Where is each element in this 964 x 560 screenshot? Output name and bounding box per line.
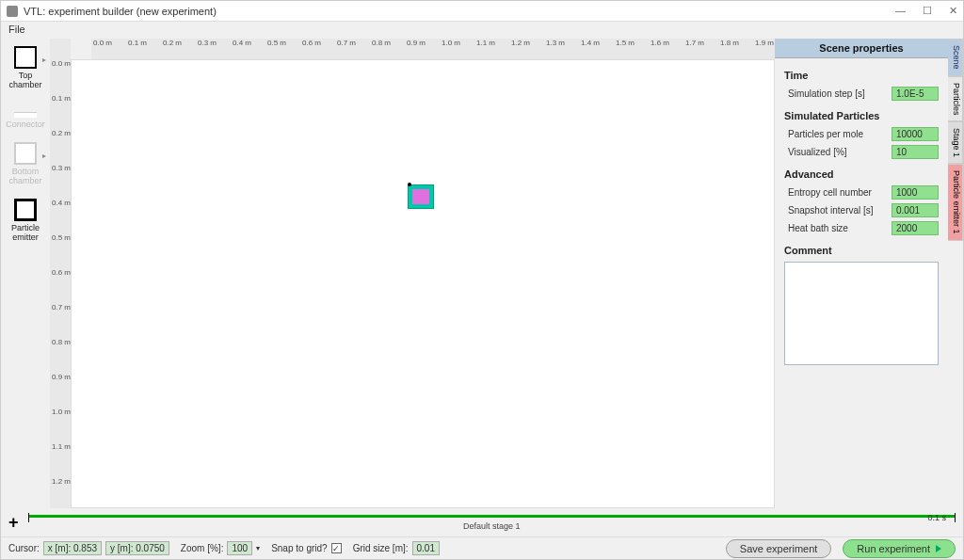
ruler-h-tick: 0.9 m xyxy=(407,39,426,47)
label-entropy: Entropy cell number xyxy=(784,187,892,198)
emitter-inner-icon xyxy=(412,189,429,204)
palette-particle-emitter[interactable]: Particleemitter xyxy=(3,195,48,242)
side-tabs: Scene Particles Stage 1 Particle emitter… xyxy=(948,39,963,508)
input-snapshot[interactable]: 0.001 xyxy=(892,203,939,217)
ruler-corner xyxy=(50,39,71,59)
snap-label: Snap to grid? xyxy=(271,543,328,553)
tab-particles[interactable]: Particles xyxy=(948,76,963,122)
ruler-h-tick: 0.0 m xyxy=(93,39,112,47)
label-visualized: Visualized [%] xyxy=(784,147,892,157)
timeline-track[interactable]: 0.1 s Default stage 1 xyxy=(28,513,956,532)
ruler-h-tick: 1.1 m xyxy=(476,39,495,47)
connector-icon xyxy=(14,112,37,118)
run-experiment-button[interactable]: Run experiment xyxy=(843,539,956,558)
menubar: File xyxy=(1,22,963,39)
statusbar: Cursor: x [m]: 0.853 y [m]: 0.0750 Zoom … xyxy=(1,536,963,559)
close-icon[interactable]: ✕ xyxy=(949,5,957,17)
label-ppm: Particles per mole xyxy=(784,129,892,139)
maximize-icon[interactable]: ☐ xyxy=(923,5,932,17)
cursor-x-value: x [m]: 0.853 xyxy=(43,541,102,555)
cursor-y-value: y [m]: 0.0750 xyxy=(105,541,169,555)
input-heatbath[interactable]: 2000 xyxy=(892,221,939,235)
ruler-horizontal: 0.0 m0.1 m0.2 m0.3 m0.4 m0.5 m0.6 m0.7 m… xyxy=(91,39,775,59)
palette-label: Bottomchamber xyxy=(3,167,48,185)
ruler-v-tick: 0.4 m xyxy=(52,199,71,207)
label-heatbath: Heat bath size xyxy=(784,223,892,233)
save-experiment-button[interactable]: Save experiment xyxy=(726,539,832,558)
app-window: VTL: experiment builder (new experiment)… xyxy=(0,0,964,560)
add-stage-button[interactable]: + xyxy=(8,513,19,533)
tab-particle-emitter-1[interactable]: Particle emitter 1 xyxy=(948,164,963,241)
side-panel: Scene properties Time Simulation step [s… xyxy=(775,39,963,508)
ruler-v-tick: 0.2 m xyxy=(52,129,71,137)
ruler-v-tick: 0.3 m xyxy=(52,164,71,172)
window-controls: — ☐ ✕ xyxy=(895,5,957,17)
section-advanced: Advanced xyxy=(784,168,939,180)
ruler-h-tick: 1.4 m xyxy=(581,39,600,47)
ruler-h-tick: 1.0 m xyxy=(442,39,460,47)
label-sim-step: Simulation step [s] xyxy=(784,88,892,99)
play-icon xyxy=(936,545,941,552)
ruler-h-tick: 0.7 m xyxy=(337,39,356,47)
zoom-input[interactable]: 100 xyxy=(227,541,252,555)
ruler-h-tick: 0.4 m xyxy=(233,39,251,47)
timeline-marker-start[interactable] xyxy=(28,513,29,522)
timeline-marker-end[interactable] xyxy=(955,513,956,522)
input-ppm[interactable]: 10000 xyxy=(892,127,939,141)
comment-textarea[interactable] xyxy=(784,262,939,365)
ruler-v-tick: 1.0 m xyxy=(52,408,71,416)
tab-stage-1[interactable]: Stage 1 xyxy=(948,121,963,164)
palette-label: Connector xyxy=(3,120,48,129)
minimize-icon[interactable]: — xyxy=(895,5,906,17)
input-sim-step[interactable]: 1.0E-5 xyxy=(892,87,939,101)
ruler-v-tick: 0.1 m xyxy=(52,94,71,103)
ruler-h-tick: 0.3 m xyxy=(198,39,217,47)
ruler-v-tick: 0.6 m xyxy=(52,268,71,277)
input-entropy[interactable]: 1000 xyxy=(892,185,939,200)
properties-header: Scene properties xyxy=(775,39,948,58)
input-visualized[interactable]: 10 xyxy=(892,145,939,159)
ruler-h-tick: 1.7 m xyxy=(685,39,704,47)
ruler-h-tick: 0.8 m xyxy=(372,39,391,47)
timeline: + 0.1 s Default stage 1 xyxy=(1,508,963,536)
canvas[interactable] xyxy=(71,59,775,508)
ruler-h-tick: 1.9 m xyxy=(755,39,774,47)
window-title: VTL: experiment builder (new experiment) xyxy=(24,6,895,17)
canvas-wrap: 0.0 m0.1 m0.2 m0.3 m0.4 m0.5 m0.6 m0.7 m… xyxy=(50,59,775,508)
top-chamber-icon xyxy=(14,46,37,69)
timeline-end-label: 0.1 s xyxy=(927,513,946,522)
section-time: Time xyxy=(784,70,939,81)
zoom-dropdown-icon[interactable]: ▾ xyxy=(256,544,260,552)
expand-icon[interactable]: ▸ xyxy=(42,56,46,64)
app-logo-icon xyxy=(7,6,18,17)
expand-icon: ▸ xyxy=(42,152,46,160)
main-area: ▸ Topchamber Connector ▸ Bottomchamber P… xyxy=(1,39,963,508)
timeline-bar[interactable] xyxy=(28,515,956,518)
cursor-label: Cursor: xyxy=(8,543,40,553)
timeline-stage-label: Default stage 1 xyxy=(28,521,956,531)
palette-bottom-chamber: ▸ Bottomchamber xyxy=(3,138,48,185)
ruler-h-tick: 1.6 m xyxy=(651,39,669,47)
ruler-h-tick: 0.5 m xyxy=(267,39,286,47)
scene-object-emitter[interactable] xyxy=(408,184,434,209)
ruler-h-tick: 1.8 m xyxy=(720,39,739,47)
palette-top-chamber[interactable]: ▸ Topchamber xyxy=(3,42,48,89)
ruler-v-tick: 1.2 m xyxy=(52,477,71,486)
ruler-v-tick: 0.5 m xyxy=(52,233,71,242)
grid-size-input[interactable]: 0.01 xyxy=(412,541,440,555)
particle-emitter-icon xyxy=(14,199,37,221)
ruler-v-tick: 0.7 m xyxy=(52,303,71,312)
ruler-h-tick: 0.1 m xyxy=(128,39,147,47)
ruler-h-tick: 0.6 m xyxy=(302,39,321,47)
tab-scene[interactable]: Scene xyxy=(948,39,963,76)
snap-checkbox[interactable]: ✓ xyxy=(331,543,342,553)
run-label: Run experiment xyxy=(857,543,930,554)
titlebar: VTL: experiment builder (new experiment)… xyxy=(1,1,963,22)
object-handle-dot[interactable] xyxy=(408,183,411,186)
zoom-label: Zoom [%]: xyxy=(181,543,224,553)
ruler-h-tick: 1.3 m xyxy=(546,39,565,47)
ruler-h-tick: 0.2 m xyxy=(163,39,182,47)
menu-file[interactable]: File xyxy=(8,24,25,35)
section-particles: Simulated Particles xyxy=(784,110,939,121)
palette-label: Particleemitter xyxy=(3,223,48,242)
